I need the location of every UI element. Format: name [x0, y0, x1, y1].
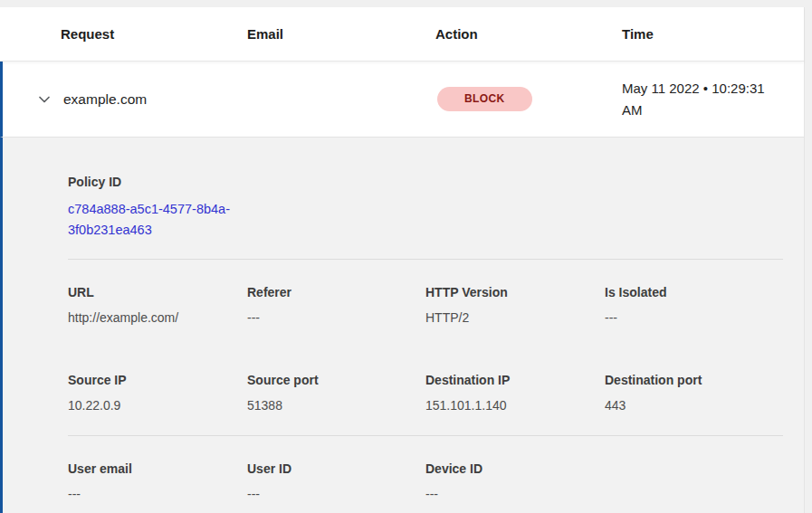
field-source-port: Source port 51388 — [247, 373, 425, 413]
field-http-version: HTTP Version HTTP/2 — [425, 285, 605, 326]
column-header-email: Email — [247, 26, 435, 42]
log-row-expanded[interactable]: example.com BLOCK May 11 2022 • 10:29:31… — [0, 62, 804, 137]
field-value: --- — [605, 310, 770, 326]
field-value: 10.22.0.9 — [68, 398, 234, 413]
block-status-badge: BLOCK — [437, 87, 532, 111]
field-value: HTTP/2 — [425, 310, 592, 326]
field-value: 443 — [605, 398, 770, 413]
section-divider — [68, 435, 783, 436]
column-header-action: Action — [435, 26, 622, 42]
field-value: --- — [247, 310, 413, 326]
policy-id-link[interactable]: c784a888-a5c1-4577-8b4a-3f0b231ea463 — [68, 199, 247, 241]
field-empty — [605, 461, 783, 502]
field-is-isolated: Is Isolated --- — [605, 285, 783, 326]
column-header-time: Time — [622, 26, 804, 42]
field-user-email: User email --- — [68, 461, 247, 502]
time-cell: May 11 2022 • 10:29:31 AM — [622, 78, 787, 121]
detail-row-http: URL http://example.com/ Referer --- HTTP… — [68, 285, 783, 326]
field-destination-ip: Destination IP 151.101.1.140 — [425, 373, 605, 413]
field-label: Destination port — [605, 373, 770, 388]
action-cell: BLOCK — [435, 87, 622, 111]
gateway-log-view: Request Email Action Time example.com BL… — [0, 0, 812, 513]
table-header: Request Email Action Time — [0, 7, 804, 62]
field-label: Referer — [247, 285, 413, 300]
field-source-ip: Source IP 10.22.0.9 — [68, 373, 247, 413]
log-table-card: Request Email Action Time example.com BL… — [0, 7, 805, 513]
field-referer: Referer --- — [247, 285, 425, 326]
detail-row-network: Source IP 10.22.0.9 Source port 51388 De… — [68, 373, 783, 413]
field-value: 151.101.1.140 — [425, 398, 592, 413]
field-label: HTTP Version — [425, 285, 592, 300]
field-value: 51388 — [247, 398, 413, 413]
chevron-down-icon[interactable] — [37, 92, 52, 107]
request-domain: example.com — [63, 91, 147, 108]
field-value: --- — [425, 487, 592, 502]
section-divider — [68, 259, 783, 260]
policy-id-section: Policy ID c784a888-a5c1-4577-8b4a-3f0b23… — [68, 175, 783, 241]
field-user-id: User ID --- — [247, 461, 425, 502]
request-cell: example.com — [3, 91, 247, 108]
log-detail-panel: Policy ID c784a888-a5c1-4577-8b4a-3f0b23… — [0, 137, 804, 513]
field-value: http://example.com/ — [68, 310, 234, 326]
column-header-request: Request — [0, 26, 247, 42]
field-label: User ID — [247, 461, 413, 477]
field-label: User email — [68, 461, 234, 477]
field-destination-port: Destination port 443 — [605, 373, 783, 413]
field-url: URL http://example.com/ — [68, 285, 247, 326]
field-label: Is Isolated — [605, 285, 770, 300]
field-label: Source IP — [68, 373, 234, 388]
policy-id-label: Policy ID — [68, 175, 783, 190]
field-label: Device ID — [425, 461, 592, 477]
field-label: Destination IP — [425, 373, 592, 388]
field-value: --- — [68, 487, 234, 502]
field-device-id: Device ID --- — [425, 461, 605, 502]
field-value: --- — [247, 487, 413, 502]
field-label: Source port — [247, 373, 413, 388]
detail-row-user: User email --- User ID --- Device ID --- — [68, 461, 783, 502]
field-label: URL — [68, 285, 234, 300]
